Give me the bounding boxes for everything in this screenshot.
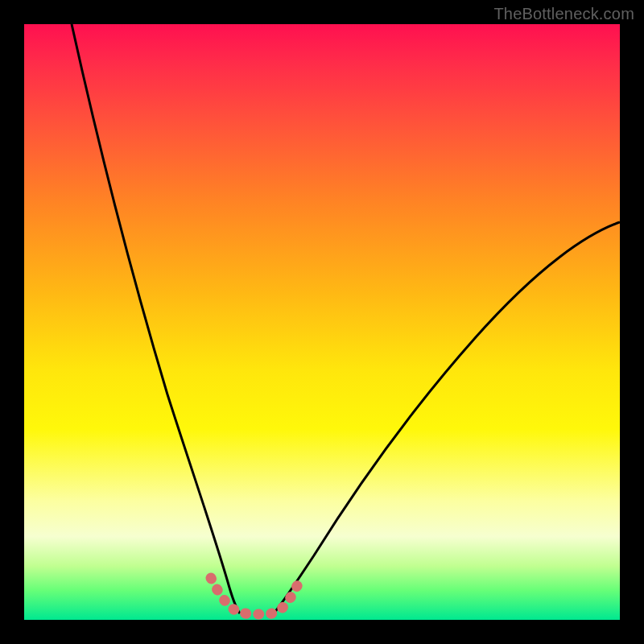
plot-area bbox=[24, 24, 620, 620]
right-ascending-curve bbox=[274, 222, 620, 613]
valley-highlight-curve bbox=[211, 578, 301, 614]
curve-layer bbox=[24, 24, 620, 620]
watermark-text: TheBottleneck.com bbox=[493, 5, 634, 23]
left-descending-curve bbox=[72, 24, 240, 613]
chart-frame: TheBottleneck.com bbox=[0, 0, 644, 644]
